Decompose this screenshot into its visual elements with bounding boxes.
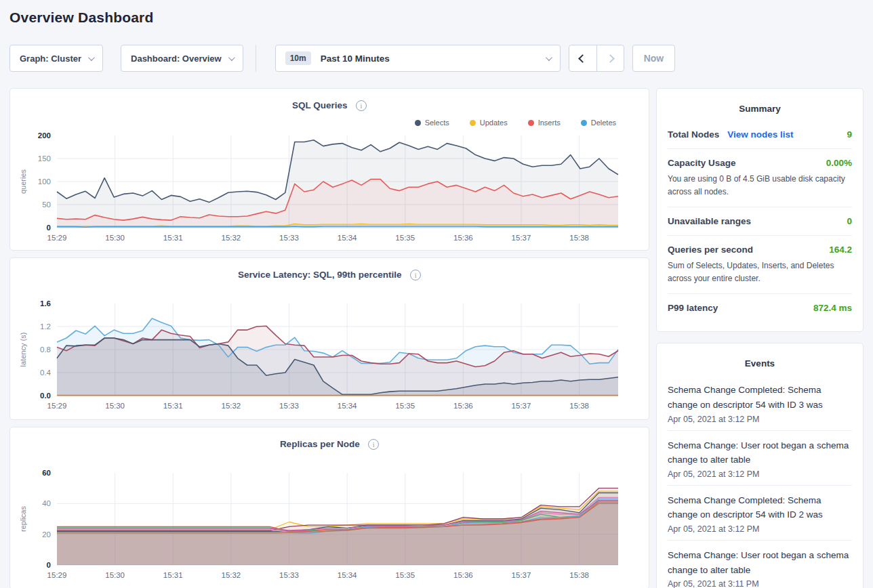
time-range-selector[interactable]: 10m Past 10 Minutes (275, 45, 561, 72)
summary-row-label: Queries per second (668, 245, 753, 255)
event-item[interactable]: Schema Change: User root began a schema … (668, 431, 852, 486)
view-nodes-list-link[interactable]: View nodes list (727, 129, 793, 140)
chart-title: Service Latency: SQL, 99th percentile (238, 270, 402, 280)
svg-text:15:31: 15:31 (163, 571, 183, 579)
svg-text:15:36: 15:36 (453, 402, 473, 410)
svg-text:15:35: 15:35 (395, 402, 415, 410)
svg-text:15:36: 15:36 (453, 571, 473, 579)
svg-text:15:35: 15:35 (395, 571, 415, 579)
chart-title: SQL Queries (292, 100, 348, 110)
controls-divider (256, 45, 256, 72)
event-message: Schema Change: User root began a schema … (668, 438, 852, 467)
summary-row-value: 0 (847, 216, 852, 226)
now-button[interactable]: Now (632, 45, 676, 72)
summary-row-label: Total Nodes (668, 129, 719, 140)
svg-text:15:30: 15:30 (105, 571, 125, 579)
summary-row-description: You are using 0 B of 4.5 GiB usable disk… (668, 173, 852, 198)
time-range-badge: 10m (285, 51, 311, 65)
svg-text:15:37: 15:37 (512, 571, 531, 579)
legend-item-deletes: Deletes (581, 117, 616, 129)
svg-text:15:34: 15:34 (338, 402, 357, 410)
chevron-down-icon (228, 54, 235, 61)
time-next-button[interactable] (596, 45, 624, 71)
svg-text:1.2: 1.2 (40, 322, 51, 331)
time-prev-button[interactable] (569, 45, 596, 71)
chart-title: Replicas per Node (280, 439, 360, 449)
legend-dot (581, 120, 587, 126)
legend-dot (470, 120, 476, 126)
svg-text:15:29: 15:29 (47, 402, 67, 410)
event-timestamp: Apr 05, 2021 at 3:12 PM (668, 415, 852, 424)
svg-text:40: 40 (42, 499, 51, 507)
legend-dot (528, 120, 534, 126)
chevron-down-icon (546, 54, 552, 61)
svg-text:0.0: 0.0 (40, 392, 51, 400)
svg-text:15:31: 15:31 (163, 402, 183, 410)
page-title: Overview Dashboard (9, 9, 864, 26)
legend-label: Deletes (591, 119, 616, 127)
info-icon[interactable]: i (368, 439, 379, 450)
svg-text:15:35: 15:35 (395, 234, 415, 242)
event-item[interactable]: Schema Change Completed: Schema change o… (668, 375, 852, 430)
dashboard-dropdown[interactable]: Dashboard: Overview (121, 45, 243, 72)
info-icon[interactable]: i (356, 100, 367, 111)
legend-item-selects: Selects (415, 117, 449, 129)
event-message: Schema Change: User root began a schema … (668, 548, 852, 577)
svg-text:1.6: 1.6 (40, 299, 51, 308)
sql-queries-chart[interactable]: 15:2915:3015:3115:3215:3315:3415:3515:36… (15, 130, 645, 247)
svg-text:15:32: 15:32 (221, 234, 241, 242)
svg-text:queries: queries (19, 169, 27, 194)
legend-label: Inserts (538, 119, 561, 127)
chevron-down-icon (88, 54, 95, 61)
replicas-per-node-panel: Replicas per Node i 15:2915:3015:3115:32… (9, 427, 649, 588)
service-latency-chart[interactable]: 15:2915:3015:3115:3215:3315:3415:3515:36… (15, 298, 645, 415)
svg-text:15:38: 15:38 (569, 234, 589, 242)
summary-row: Queries per second164.2Sum of Selects, U… (668, 236, 852, 294)
svg-text:15:38: 15:38 (569, 402, 589, 410)
svg-text:60: 60 (42, 469, 51, 477)
svg-text:0.4: 0.4 (40, 369, 52, 377)
svg-text:15:36: 15:36 (453, 234, 473, 242)
svg-text:latency (s): latency (s) (19, 333, 27, 367)
dashboard-controls: Graph: Cluster Dashboard: Overview 10m P… (9, 45, 864, 72)
overview-dashboard-page: Overview Dashboard Graph: Cluster Dashbo… (0, 0, 873, 588)
info-icon[interactable]: i (410, 270, 421, 280)
svg-text:15:38: 15:38 (569, 571, 589, 579)
event-timestamp: Apr 05, 2021 at 3:11 PM (668, 579, 852, 588)
event-message: Schema Change Completed: Schema change o… (668, 493, 852, 522)
event-timestamp: Apr 05, 2021 at 3:12 PM (668, 469, 852, 479)
replicas-per-node-chart[interactable]: 15:2915:3015:3115:3215:3315:3415:3515:36… (15, 467, 645, 584)
time-nav-group (569, 45, 624, 72)
legend-item-inserts: Inserts (528, 117, 561, 129)
summary-row-value: 0.00% (826, 158, 852, 168)
summary-row-label: P99 latency (668, 303, 718, 313)
svg-text:15:31: 15:31 (163, 234, 183, 242)
event-item[interactable]: Schema Change Completed: Schema change o… (668, 486, 852, 541)
svg-text:200: 200 (38, 131, 51, 140)
svg-text:0.8: 0.8 (40, 345, 51, 354)
summary-row: Unavailable ranges0 (668, 207, 852, 236)
svg-text:15:37: 15:37 (512, 402, 531, 410)
summary-row-label: Capacity Usage (668, 158, 736, 168)
svg-text:15:33: 15:33 (279, 234, 299, 242)
svg-text:15:30: 15:30 (105, 402, 125, 410)
svg-text:150: 150 (38, 154, 51, 163)
svg-text:0: 0 (47, 561, 51, 569)
svg-text:15:33: 15:33 (279, 402, 299, 410)
events-panel: Events Schema Change Completed: Schema c… (656, 343, 864, 588)
chart-legend: SelectsUpdatesInsertsDeletes (10, 117, 616, 129)
legend-item-updates: Updates (470, 117, 508, 129)
sidebar: Summary Total NodesView nodes list9Capac… (656, 88, 864, 588)
legend-dot (415, 120, 421, 126)
event-item[interactable]: Schema Change: User root began a schema … (668, 541, 852, 588)
dashboard-dropdown-label: Dashboard: Overview (131, 54, 222, 64)
graph-scope-label: Graph: Cluster (20, 54, 81, 64)
summary-row: Total NodesView nodes list9 (668, 121, 852, 149)
svg-text:0: 0 (47, 224, 51, 232)
graph-scope-dropdown[interactable]: Graph: Cluster (9, 45, 103, 72)
charts-column: SQL Queries i SelectsUpdatesInsertsDelet… (9, 88, 649, 588)
svg-text:50: 50 (42, 201, 51, 209)
svg-text:replicas: replicas (19, 506, 27, 532)
svg-text:15:34: 15:34 (338, 234, 357, 242)
summary-panel: Summary Total NodesView nodes list9Capac… (656, 88, 864, 332)
